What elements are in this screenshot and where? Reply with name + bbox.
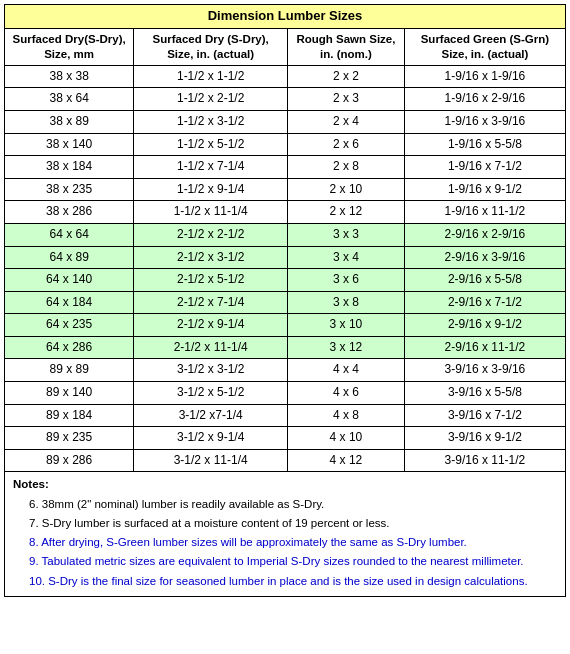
cell-c1: 38 x 38 xyxy=(5,65,134,88)
cell-c2: 2-1/2 x 5-1/2 xyxy=(134,269,288,292)
table-row: 64 x 1842-1/2 x 7-1/43 x 82-9/16 x 7-1/2 xyxy=(5,291,566,314)
cell-c2: 3-1/2 x 9-1/4 xyxy=(134,427,288,450)
table-title: Dimension Lumber Sizes xyxy=(5,5,566,29)
cell-c4: 3-9/16 x 9-1/2 xyxy=(404,427,565,450)
cell-c3: 4 x 4 xyxy=(288,359,405,382)
cell-c2: 3-1/2 x 3-1/2 xyxy=(134,359,288,382)
cell-c2: 1-1/2 x 3-1/2 xyxy=(134,110,288,133)
cell-c4: 3-9/16 x 11-1/2 xyxy=(404,449,565,472)
cell-c4: 1-9/16 x 3-9/16 xyxy=(404,110,565,133)
table-row: 89 x 1843-1/2 x7-1/44 x 83-9/16 x 7-1/2 xyxy=(5,404,566,427)
table-row: 89 x 2863-1/2 x 11-1/44 x 123-9/16 x 11-… xyxy=(5,449,566,472)
cell-c4: 3-9/16 x 5-5/8 xyxy=(404,382,565,405)
cell-c4: 3-9/16 x 7-1/2 xyxy=(404,404,565,427)
cell-c2: 1-1/2 x 7-1/4 xyxy=(134,156,288,179)
cell-c3: 2 x 3 xyxy=(288,88,405,111)
cell-c2: 2-1/2 x 9-1/4 xyxy=(134,314,288,337)
note-item: 6. 38mm (2" nominal) lumber is readily a… xyxy=(29,496,557,513)
table-row: 38 x 381-1/2 x 1-1/22 x 21-9/16 x 1-9/16 xyxy=(5,65,566,88)
cell-c4: 2-9/16 x 11-1/2 xyxy=(404,336,565,359)
cell-c1: 64 x 64 xyxy=(5,223,134,246)
cell-c4: 2-9/16 x 3-9/16 xyxy=(404,246,565,269)
table-body: 38 x 381-1/2 x 1-1/22 x 21-9/16 x 1-9/16… xyxy=(5,65,566,472)
cell-c4: 2-9/16 x 5-5/8 xyxy=(404,269,565,292)
cell-c1: 89 x 89 xyxy=(5,359,134,382)
notes-section: Notes: 6. 38mm (2" nominal) lumber is re… xyxy=(4,472,566,597)
cell-c4: 1-9/16 x 2-9/16 xyxy=(404,88,565,111)
header-col1: Surfaced Dry(S-Dry), Size, mm xyxy=(5,28,134,65)
cell-c3: 3 x 3 xyxy=(288,223,405,246)
cell-c2: 3-1/2 x7-1/4 xyxy=(134,404,288,427)
cell-c1: 89 x 140 xyxy=(5,382,134,405)
cell-c3: 3 x 6 xyxy=(288,269,405,292)
cell-c3: 4 x 10 xyxy=(288,427,405,450)
cell-c4: 2-9/16 x 2-9/16 xyxy=(404,223,565,246)
table-row: 64 x 642-1/2 x 2-1/23 x 32-9/16 x 2-9/16 xyxy=(5,223,566,246)
cell-c3: 4 x 8 xyxy=(288,404,405,427)
cell-c1: 38 x 140 xyxy=(5,133,134,156)
cell-c1: 38 x 184 xyxy=(5,156,134,179)
title-row: Dimension Lumber Sizes xyxy=(5,5,566,29)
note-item: 8. After drying, S-Green lumber sizes wi… xyxy=(29,534,557,551)
cell-c3: 3 x 4 xyxy=(288,246,405,269)
table-row: 38 x 2351-1/2 x 9-1/42 x 101-9/16 x 9-1/… xyxy=(5,178,566,201)
cell-c2: 1-1/2 x 5-1/2 xyxy=(134,133,288,156)
cell-c2: 2-1/2 x 11-1/4 xyxy=(134,336,288,359)
table-row: 89 x 893-1/2 x 3-1/24 x 43-9/16 x 3-9/16 xyxy=(5,359,566,382)
lumber-table: Dimension Lumber Sizes Surfaced Dry(S-Dr… xyxy=(4,4,566,472)
cell-c3: 2 x 2 xyxy=(288,65,405,88)
cell-c1: 89 x 286 xyxy=(5,449,134,472)
note-item: 7. S-Dry lumber is surfaced at a moistur… xyxy=(29,515,557,532)
cell-c1: 64 x 286 xyxy=(5,336,134,359)
cell-c1: 64 x 184 xyxy=(5,291,134,314)
cell-c3: 2 x 6 xyxy=(288,133,405,156)
cell-c4: 1-9/16 x 7-1/2 xyxy=(404,156,565,179)
notes-list: 6. 38mm (2" nominal) lumber is readily a… xyxy=(13,496,557,590)
cell-c2: 2-1/2 x 3-1/2 xyxy=(134,246,288,269)
notes-title: Notes: xyxy=(13,476,557,493)
header-col4: Surfaced Green (S-Grn) Size, in. (actual… xyxy=(404,28,565,65)
cell-c3: 3 x 8 xyxy=(288,291,405,314)
cell-c2: 1-1/2 x 2-1/2 xyxy=(134,88,288,111)
header-col3: Rough Sawn Size, in. (nom.) xyxy=(288,28,405,65)
table-row: 64 x 1402-1/2 x 5-1/23 x 62-9/16 x 5-5/8 xyxy=(5,269,566,292)
cell-c2: 1-1/2 x 11-1/4 xyxy=(134,201,288,224)
cell-c3: 3 x 12 xyxy=(288,336,405,359)
cell-c1: 64 x 235 xyxy=(5,314,134,337)
table-row: 38 x 1401-1/2 x 5-1/22 x 61-9/16 x 5-5/8 xyxy=(5,133,566,156)
cell-c3: 4 x 12 xyxy=(288,449,405,472)
cell-c1: 38 x 235 xyxy=(5,178,134,201)
cell-c2: 3-1/2 x 5-1/2 xyxy=(134,382,288,405)
cell-c4: 2-9/16 x 9-1/2 xyxy=(404,314,565,337)
cell-c4: 1-9/16 x 1-9/16 xyxy=(404,65,565,88)
cell-c4: 1-9/16 x 9-1/2 xyxy=(404,178,565,201)
cell-c1: 38 x 64 xyxy=(5,88,134,111)
cell-c4: 1-9/16 x 11-1/2 xyxy=(404,201,565,224)
table-row: 64 x 2862-1/2 x 11-1/43 x 122-9/16 x 11-… xyxy=(5,336,566,359)
cell-c4: 2-9/16 x 7-1/2 xyxy=(404,291,565,314)
cell-c1: 64 x 140 xyxy=(5,269,134,292)
cell-c1: 89 x 184 xyxy=(5,404,134,427)
cell-c2: 3-1/2 x 11-1/4 xyxy=(134,449,288,472)
note-item: 9. Tabulated metric sizes are equivalent… xyxy=(29,553,557,570)
header-row: Surfaced Dry(S-Dry), Size, mm Surfaced D… xyxy=(5,28,566,65)
cell-c2: 2-1/2 x 7-1/4 xyxy=(134,291,288,314)
table-row: 38 x 641-1/2 x 2-1/22 x 31-9/16 x 2-9/16 xyxy=(5,88,566,111)
page-container: Dimension Lumber Sizes Surfaced Dry(S-Dr… xyxy=(0,0,570,601)
cell-c2: 1-1/2 x 1-1/2 xyxy=(134,65,288,88)
cell-c1: 64 x 89 xyxy=(5,246,134,269)
cell-c3: 2 x 8 xyxy=(288,156,405,179)
table-row: 89 x 2353-1/2 x 9-1/44 x 103-9/16 x 9-1/… xyxy=(5,427,566,450)
table-row: 38 x 1841-1/2 x 7-1/42 x 81-9/16 x 7-1/2 xyxy=(5,156,566,179)
table-row: 64 x 892-1/2 x 3-1/23 x 42-9/16 x 3-9/16 xyxy=(5,246,566,269)
cell-c3: 4 x 6 xyxy=(288,382,405,405)
header-col2: Surfaced Dry (S-Dry), Size, in. (actual) xyxy=(134,28,288,65)
table-row: 38 x 2861-1/2 x 11-1/42 x 121-9/16 x 11-… xyxy=(5,201,566,224)
cell-c3: 2 x 4 xyxy=(288,110,405,133)
cell-c1: 89 x 235 xyxy=(5,427,134,450)
cell-c2: 2-1/2 x 2-1/2 xyxy=(134,223,288,246)
cell-c4: 1-9/16 x 5-5/8 xyxy=(404,133,565,156)
table-row: 64 x 2352-1/2 x 9-1/43 x 102-9/16 x 9-1/… xyxy=(5,314,566,337)
cell-c3: 2 x 10 xyxy=(288,178,405,201)
table-row: 89 x 1403-1/2 x 5-1/24 x 63-9/16 x 5-5/8 xyxy=(5,382,566,405)
